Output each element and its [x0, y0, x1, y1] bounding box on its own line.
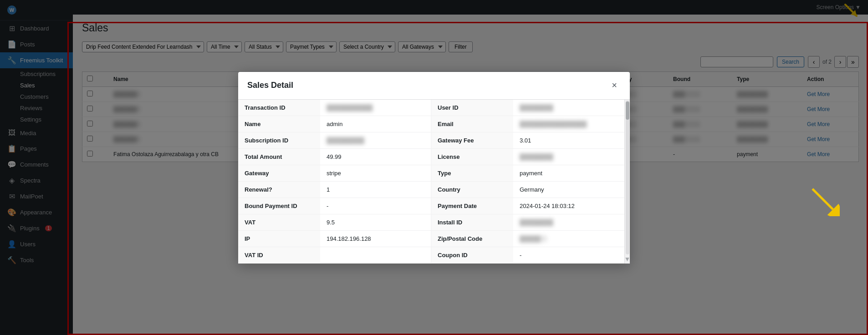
bound-payment-id-label: Bound Payment ID [238, 198, 320, 214]
gateway-label: Gateway [238, 165, 320, 181]
email-value: ████████████████ [513, 116, 624, 132]
modal-overlay[interactable]: Sales Detail × Transaction ID ██████████… [73, 0, 868, 335]
gateway-fee-label: Gateway Fee [431, 132, 513, 148]
vat-label: VAT [238, 214, 320, 230]
detail-cell-gateway: Gateway stripe [238, 165, 431, 182]
gateway-value: stripe [320, 165, 431, 181]
name-label: Name [238, 116, 320, 132]
type-label: Type [431, 165, 513, 181]
coupon-id-label: Coupon ID [431, 247, 513, 263]
detail-cell-userid: User ID ████████ [431, 100, 624, 116]
zip-label: Zip/Postal Code [431, 231, 513, 247]
detail-cell-country: Country Germany [431, 182, 624, 198]
modal-content-wrapper: Transaction ID ███████████ User ID █████… [238, 100, 630, 264]
scroll-down-indicator: ▼ [624, 255, 630, 263]
detail-cell-type: Type payment [431, 165, 624, 182]
vat-id-value [320, 247, 431, 263]
detail-cell-ip: IP 194.182.196.128 [238, 231, 431, 247]
detail-cell-payment-date: Payment Date 2024-01-24 18:03:12 [431, 198, 624, 214]
country-value: Germany [513, 182, 624, 198]
subscription-id-value: █████████ [320, 132, 431, 148]
license-label: License [431, 149, 513, 165]
total-amount-value: 49.99 [320, 149, 431, 165]
install-id-label: Install ID [431, 214, 513, 230]
main-content: Screen Options ▼ Sales Drip Feed Content… [73, 0, 868, 335]
ip-label: IP [238, 231, 320, 247]
bound-payment-id-value: - [320, 198, 431, 214]
detail-row-9: IP 194.182.196.128 Zip/Postal Code █████ [238, 231, 624, 247]
transaction-id-value: ███████████ [320, 100, 431, 116]
coupon-id-value: - [513, 247, 624, 263]
type-value: payment [513, 165, 624, 181]
transaction-id-label: Transaction ID [238, 100, 320, 116]
vat-value: 9.5 [320, 214, 431, 230]
detail-row-6: Renewal? 1 Country Germany [238, 182, 624, 198]
detail-cell-renewal: Renewal? 1 [238, 182, 431, 198]
payment-date-label: Payment Date [431, 198, 513, 214]
total-amount-label: Total Amount [238, 149, 320, 165]
detail-cell-name: Name admin [238, 116, 431, 132]
ip-value: 194.182.196.128 [320, 231, 431, 247]
sales-detail-modal: Sales Detail × Transaction ID ██████████… [238, 72, 630, 264]
country-label: Country [431, 182, 513, 198]
detail-row-3: Subscription ID █████████ Gateway Fee 3.… [238, 132, 624, 149]
detail-cell-vat: VAT 9.5 [238, 214, 431, 231]
detail-cell-zip: Zip/Postal Code █████ [431, 231, 624, 247]
detail-cell-subscription: Subscription ID █████████ [238, 132, 431, 149]
modal-scrollbar[interactable]: ▼ [624, 100, 630, 264]
gateway-fee-value: 3.01 [513, 132, 624, 148]
renewal-label: Renewal? [238, 182, 320, 198]
detail-cell-total: Total Amount 49.99 [238, 149, 431, 165]
detail-row-8: VAT 9.5 Install ID ████████ [238, 214, 624, 231]
modal-header: Sales Detail × [238, 72, 630, 100]
vat-id-label: VAT ID [238, 247, 320, 263]
modal-title: Sales Detail [247, 81, 293, 90]
subscription-id-label: Subscription ID [238, 132, 320, 148]
zip-value: █████ [513, 231, 624, 247]
scroll-track [626, 101, 629, 254]
detail-row-4: Total Amount 49.99 License ████████ [238, 149, 624, 165]
detail-cell-install-id: Install ID ████████ [431, 214, 624, 231]
detail-cell-gateway-fee: Gateway Fee 3.01 [431, 132, 624, 149]
modal-close-button[interactable]: × [608, 79, 621, 92]
detail-row-10: VAT ID Coupon ID - [238, 247, 624, 264]
detail-cell-vat-id: VAT ID [238, 247, 431, 264]
modal-fields: Transaction ID ███████████ User ID █████… [238, 100, 624, 264]
install-id-value: ████████ [513, 214, 624, 230]
detail-cell-email: Email ████████████████ [431, 116, 624, 132]
detail-cell-bound: Bound Payment ID - [238, 198, 431, 214]
name-value: admin [320, 116, 431, 132]
detail-row-2: Name admin Email ████████████████ [238, 116, 624, 132]
modal-body: Transaction ID ███████████ User ID █████… [238, 100, 630, 264]
detail-cell-coupon: Coupon ID - [431, 247, 624, 264]
detail-cell-license: License ████████ [431, 149, 624, 165]
license-value: ████████ [513, 149, 624, 165]
scroll-thumb [626, 102, 629, 120]
detail-row-7: Bound Payment ID - Payment Date 2024-01-… [238, 198, 624, 214]
user-id-value: ████████ [513, 100, 624, 116]
renewal-value: 1 [320, 182, 431, 198]
detail-row-1: Transaction ID ███████████ User ID █████… [238, 100, 624, 116]
user-id-label: User ID [431, 100, 513, 116]
detail-row-5: Gateway stripe Type payment [238, 165, 624, 182]
email-label: Email [431, 116, 513, 132]
detail-cell-transaction: Transaction ID ███████████ [238, 100, 431, 116]
payment-date-value: 2024-01-24 18:03:12 [513, 198, 624, 214]
